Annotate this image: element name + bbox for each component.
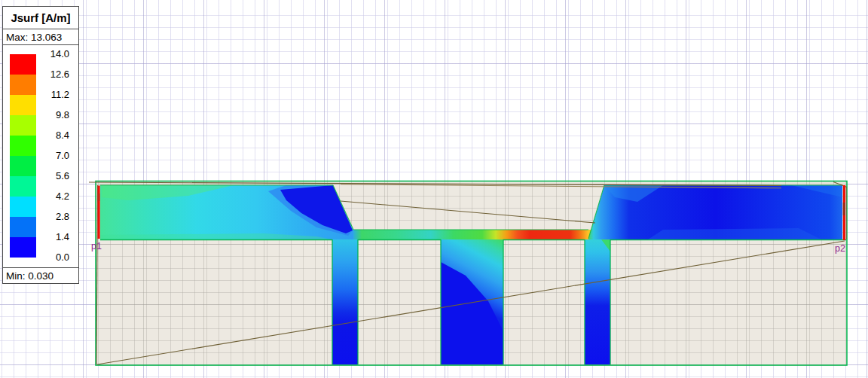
colorbar-swatch (10, 115, 36, 136)
colorbar-swatch (10, 217, 36, 237)
colorbar-swatch (10, 136, 36, 156)
colorbar-tick-label: 2.8 (38, 211, 69, 223)
colorbar-tick-label: 9.8 (38, 109, 69, 121)
colorbar-swatch (10, 156, 36, 176)
colorbar-tick-label: 0.0 (38, 251, 69, 264)
port-label-p1: p1 (91, 241, 102, 251)
colorbar-swatch (10, 237, 36, 258)
colorbar-swatch (10, 197, 36, 217)
colorbar-tick-label: 12.6 (38, 69, 69, 81)
colorbar-tick-label: 8.4 (38, 130, 69, 142)
legend-color-scale: 14.012.611.29.88.47.05.64.22.81.40.0 (2, 44, 79, 268)
colorbar-swatch (10, 176, 36, 197)
field-plot-viewport[interactable]: p1 p2 Jsurf [A/m] Max: 13.063 14.012.611… (0, 0, 868, 378)
colorbar-tick-label: 5.6 (38, 170, 69, 182)
colorbar-swatch (10, 95, 36, 115)
colorbar-swatch (10, 75, 36, 95)
colorbar-tick-label: 14.0 (38, 48, 69, 60)
colorbar-tick-label: 1.4 (38, 231, 69, 243)
colorbar-tick-label: 11.2 (38, 89, 69, 101)
legend-max-value: Max: 13.063 (2, 29, 79, 45)
colorbar-tick-label: 7.0 (38, 150, 69, 162)
model-structure: p1 p2 (0, 0, 868, 378)
colorbar-legend: Jsurf [A/m] Max: 13.063 14.012.611.29.88… (2, 6, 79, 284)
colorbar-tick-label: 4.2 (38, 191, 69, 203)
port-label-p2: p2 (835, 243, 845, 254)
legend-min-value: Min: 0.030 (2, 267, 79, 284)
legend-title: Jsurf [A/m] (2, 6, 79, 29)
colorbar-swatch (10, 54, 36, 75)
